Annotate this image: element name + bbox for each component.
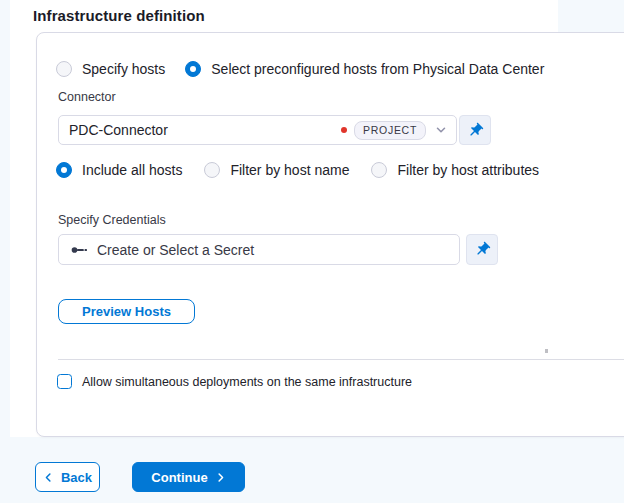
radio-label[interactable]: Filter by host name bbox=[230, 162, 349, 178]
radio-icon-selected[interactable] bbox=[56, 162, 72, 178]
continue-button[interactable]: Continue bbox=[132, 462, 245, 492]
radio-filter-by-host-name[interactable]: Filter by host name bbox=[204, 162, 349, 178]
radio-icon[interactable] bbox=[204, 162, 220, 178]
chevron-right-icon bbox=[215, 472, 226, 483]
checkbox-label[interactable]: Allow simultaneous deployments on the sa… bbox=[82, 375, 412, 389]
radio-icon-selected[interactable] bbox=[185, 61, 201, 77]
chevron-left-icon bbox=[43, 472, 54, 483]
radio-select-preconfigured-hosts[interactable]: Select preconfigured hosts from Physical… bbox=[185, 61, 544, 77]
connector-pin-button[interactable] bbox=[459, 115, 491, 145]
radio-icon[interactable] bbox=[371, 162, 387, 178]
pin-icon bbox=[474, 241, 491, 258]
radio-specify-hosts[interactable]: Specify hosts bbox=[56, 61, 165, 77]
required-dot-icon bbox=[341, 127, 347, 133]
radio-label[interactable]: Include all hosts bbox=[82, 162, 182, 178]
radio-filter-by-host-attributes[interactable]: Filter by host attributes bbox=[371, 162, 539, 178]
key-icon bbox=[69, 240, 89, 260]
back-button-label: Back bbox=[61, 470, 92, 485]
radio-include-all-hosts[interactable]: Include all hosts bbox=[56, 162, 182, 178]
divider bbox=[58, 359, 624, 360]
connector-label: Connector bbox=[58, 90, 116, 104]
simultaneous-deployments-option[interactable]: Allow simultaneous deployments on the sa… bbox=[57, 374, 412, 389]
page-title: Infrastructure definition bbox=[33, 7, 205, 24]
secret-select[interactable]: Create or Select a Secret bbox=[58, 234, 460, 265]
infrastructure-card: Specify hosts Select preconfigured hosts… bbox=[36, 32, 624, 437]
connector-value: PDC-Connector bbox=[69, 122, 341, 138]
credentials-label: Specify Credentials bbox=[58, 213, 166, 227]
radio-icon[interactable] bbox=[56, 61, 72, 77]
infrastructure-definition-page: Infrastructure definition Specify hosts … bbox=[0, 0, 624, 503]
scope-badge: PROJECT bbox=[354, 121, 426, 140]
host-source-radio-group: Specify hosts Select preconfigured hosts… bbox=[56, 61, 544, 77]
radio-label[interactable]: Specify hosts bbox=[82, 61, 165, 77]
checkbox-icon[interactable] bbox=[57, 374, 72, 389]
preview-hosts-button[interactable]: Preview Hosts bbox=[58, 299, 195, 324]
back-button[interactable]: Back bbox=[35, 462, 100, 492]
connector-select[interactable]: PDC-Connector PROJECT bbox=[58, 115, 457, 145]
pin-icon bbox=[467, 122, 484, 139]
stray-dot bbox=[545, 349, 548, 353]
host-filter-radio-group: Include all hosts Filter by host name Fi… bbox=[56, 162, 539, 178]
radio-label[interactable]: Filter by host attributes bbox=[397, 162, 539, 178]
continue-button-label: Continue bbox=[151, 470, 207, 485]
radio-label[interactable]: Select preconfigured hosts from Physical… bbox=[211, 61, 544, 77]
chevron-down-icon[interactable] bbox=[434, 123, 448, 137]
secret-placeholder: Create or Select a Secret bbox=[97, 242, 254, 258]
secret-pin-button[interactable] bbox=[466, 234, 498, 265]
